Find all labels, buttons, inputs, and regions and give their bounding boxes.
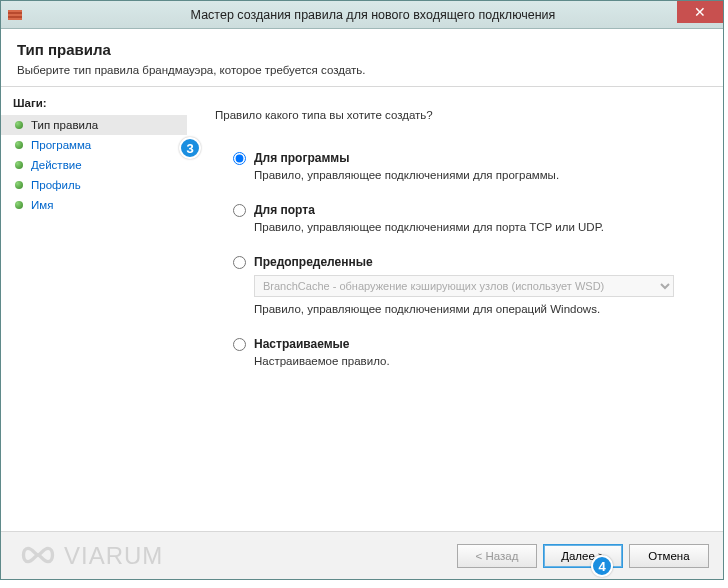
radio-custom[interactable] [233,338,246,351]
steps-header: Шаги: [1,93,187,115]
cancel-button[interactable]: Отмена [629,544,709,568]
step-name[interactable]: Имя [1,195,187,215]
radio-option-custom: Настраиваемые Настраиваемое правило. [233,337,703,367]
radio-option-program: Для программы Правило, управляющее подкл… [233,151,703,181]
radio-label: Для порта [254,203,315,217]
radio-description: Правило, управляющее подключениями для п… [254,169,703,181]
close-button[interactable]: ✕ [677,1,723,23]
step-label: Программа [31,139,91,151]
titlebar: Мастер создания правила для нового входя… [1,1,723,29]
step-bullet-icon [15,121,23,129]
svg-rect-2 [8,14,22,16]
radio-port[interactable] [233,204,246,217]
rule-type-radio-group: Для программы Правило, управляющее подкл… [233,151,703,367]
back-button[interactable]: < Назад [457,544,537,568]
step-bullet-icon [15,181,23,189]
radio-description: Правило, управляющее подключениями для п… [254,221,703,233]
radio-label: Настраиваемые [254,337,349,351]
radio-label: Предопределенные [254,255,373,269]
annotation-badge-4: 4 [591,555,613,577]
svg-rect-3 [8,18,22,20]
page-title: Тип правила [17,41,707,58]
step-program[interactable]: Программа [1,135,187,155]
radio-label: Для программы [254,151,349,165]
step-label: Профиль [31,179,81,191]
step-label: Имя [31,199,53,211]
radio-option-predefined: Предопределенные BranchCache - обнаружен… [233,255,703,315]
radio-description: Правило, управляющее подключениями для о… [254,303,703,315]
radio-predefined[interactable] [233,256,246,269]
radio-program[interactable] [233,152,246,165]
radio-option-port: Для порта Правило, управляющее подключен… [233,203,703,233]
step-profile[interactable]: Профиль [1,175,187,195]
steps-sidebar: Шаги: Тип правила Программа Действие Про… [1,87,187,525]
step-action[interactable]: Действие [1,155,187,175]
wizard-window: Мастер создания правила для нового входя… [0,0,724,580]
page-subtitle: Выберите тип правила брандмауэра, которо… [17,64,707,76]
step-rule-type[interactable]: Тип правила [1,115,187,135]
wizard-header: Тип правила Выберите тип правила брандма… [1,29,723,87]
wizard-body: Шаги: Тип правила Программа Действие Про… [1,87,723,525]
step-label: Действие [31,159,82,171]
rule-type-question: Правило какого типа вы хотите создать? [215,109,703,121]
step-bullet-icon [15,201,23,209]
radio-description: Настраиваемое правило. [254,355,703,367]
wizard-footer: < Назад Далее > Отмена 4 [1,531,723,579]
annotation-badge-3: 3 [179,137,201,159]
svg-rect-1 [8,10,22,12]
step-label: Тип правила [31,119,98,131]
firewall-icon [7,7,23,23]
step-bullet-icon [15,161,23,169]
main-pane: 3 Правило какого типа вы хотите создать?… [187,87,723,525]
step-bullet-icon [15,141,23,149]
window-title: Мастер создания правила для нового входя… [23,8,723,22]
predefined-select[interactable]: BranchCache - обнаружение кэширующих узл… [254,275,674,297]
